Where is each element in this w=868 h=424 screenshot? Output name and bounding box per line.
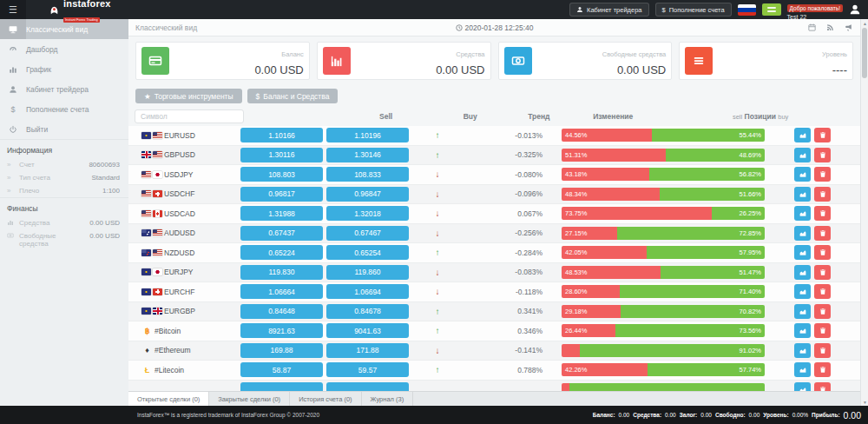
sell-price-button[interactable]: 169.88: [240, 343, 323, 358]
chart-button[interactable]: [794, 245, 811, 260]
delete-button[interactable]: [814, 206, 831, 221]
sell-price-button[interactable]: 1.31988: [240, 206, 323, 221]
scrollbar-thumb[interactable]: [862, 28, 867, 78]
hamburger-button[interactable]: ☰: [0, 0, 26, 19]
avatar-icon[interactable]: [849, 3, 861, 16]
buy-price-button[interactable]: [326, 382, 409, 391]
currency-flag-icon: [153, 132, 162, 139]
chart-button[interactable]: [794, 187, 811, 202]
stat-card-level: Уровень ----: [679, 42, 853, 80]
chart-button[interactable]: [794, 304, 811, 319]
brand-logo[interactable]: instaforex Instant Forex Trading: [49, 0, 111, 23]
chart-button[interactable]: [794, 265, 811, 280]
sell-price-button[interactable]: 0.67437: [240, 226, 323, 241]
delete-button[interactable]: [814, 304, 831, 319]
trend-arrow-icon: ↓: [436, 229, 440, 238]
buy-price-button[interactable]: 171.88: [326, 343, 409, 358]
sell-price-button[interactable]: 0.65224: [240, 245, 323, 260]
buy-price-button[interactable]: 0.67467: [326, 226, 409, 241]
sidebar-item-logout[interactable]: Выйти: [0, 119, 128, 139]
delete-button[interactable]: [814, 382, 831, 391]
sell-price-button[interactable]: 0.96817: [240, 187, 323, 202]
chart-icon: [799, 347, 807, 354]
tab-open-trades[interactable]: Открытые сделки (0): [128, 392, 209, 406]
delete-button[interactable]: [814, 226, 831, 241]
delete-button[interactable]: [814, 362, 831, 377]
chart-button[interactable]: [794, 148, 811, 162]
russia-flag-button[interactable]: [738, 4, 756, 16]
scroll-down-button[interactable]: ▼: [861, 398, 868, 406]
sell-price-button[interactable]: 0.84648: [240, 304, 323, 319]
buy-price-button[interactable]: 1.30146: [326, 148, 409, 162]
deposit-button[interactable]: $ Пополнение счета: [655, 3, 732, 17]
chart-button[interactable]: [794, 128, 811, 142]
chart-button[interactable]: [794, 206, 811, 221]
currency-flag-icon: [153, 229, 162, 236]
info-value: Standard: [92, 174, 120, 182]
megaphone-icon[interactable]: [845, 23, 853, 31]
instruments-button[interactable]: ★ Торговые инструменты: [135, 89, 242, 103]
buy-price-button[interactable]: 0.84678: [326, 304, 409, 319]
chart-button[interactable]: [794, 382, 811, 391]
delete-button[interactable]: [814, 284, 831, 299]
symbol-cell: AUDUSD: [135, 229, 239, 237]
table-row: Ł #Litecoin 58.87 59.57 ↑ 0.788% 42.26% …: [128, 361, 860, 381]
chart-button[interactable]: [794, 323, 811, 338]
delete-button[interactable]: [814, 167, 831, 182]
sell-price-button[interactable]: [240, 382, 323, 391]
card-label: Свободные средства: [602, 50, 667, 58]
trash-icon: [819, 209, 826, 217]
sidebar-item-deposit[interactable]: $ Пополнение счета: [0, 99, 128, 119]
buy-price-button[interactable]: 0.65254: [326, 245, 409, 260]
tab-closed-trades[interactable]: Закрытые сделки (0): [209, 392, 290, 406]
symbol-search-input[interactable]: [135, 109, 244, 123]
buy-price-button[interactable]: 1.06694: [326, 284, 409, 299]
currency-flag-icon: [141, 210, 151, 217]
sell-price-button[interactable]: 108.803: [240, 167, 323, 182]
calendar-icon[interactable]: [808, 23, 816, 31]
buy-price-button[interactable]: 1.10196: [326, 128, 409, 142]
delete-button[interactable]: [814, 245, 831, 260]
main-content: 2020-01-28 12:25:40 Классический вид Бал…: [128, 19, 860, 406]
delete-button[interactable]: [814, 323, 831, 338]
chart-icon: [799, 327, 807, 335]
sidebar-item-trader-cabinet[interactable]: Кабинет трейдера: [0, 79, 128, 99]
delete-button[interactable]: [814, 265, 831, 280]
delete-button[interactable]: [814, 343, 831, 358]
chart-button[interactable]: [794, 362, 811, 377]
buy-price-button[interactable]: 9041.63: [326, 323, 409, 338]
sidebar-item-chart[interactable]: График: [0, 59, 128, 79]
symbol-cell: USDCHF: [135, 189, 239, 198]
sidebar-item-dashboard[interactable]: Дашборд: [0, 39, 128, 59]
chart-button[interactable]: [794, 167, 811, 182]
balance-funds-button[interactable]: $ Баланс и Средства: [247, 89, 339, 103]
rss-icon[interactable]: [826, 23, 834, 31]
sell-price-button[interactable]: 1.10166: [240, 128, 323, 142]
buy-price-button[interactable]: 59.57: [326, 362, 409, 377]
delete-button[interactable]: [814, 148, 831, 162]
chart-button[interactable]: [794, 284, 811, 299]
buy-price-button[interactable]: 1.32018: [326, 206, 409, 221]
tab-account-history[interactable]: История счета (0): [290, 392, 361, 406]
sell-price-button[interactable]: 119.830: [240, 265, 323, 280]
chart-button[interactable]: [794, 343, 811, 358]
sidebar-item-label: Кабинет трейдера: [26, 85, 89, 94]
sell-price-button[interactable]: 58.87: [240, 362, 323, 377]
buy-price-button[interactable]: 108.833: [326, 167, 409, 182]
delete-button[interactable]: [814, 128, 831, 142]
sell-price-button[interactable]: 1.06664: [240, 284, 323, 299]
trend-arrow-icon: ↓: [436, 287, 440, 296]
delete-button[interactable]: [814, 187, 831, 202]
sell-price-button[interactable]: 8921.63: [240, 323, 323, 338]
buy-price-button[interactable]: 119.860: [326, 265, 409, 280]
chart-button[interactable]: [794, 226, 811, 241]
crypto-icon: ฿: [141, 327, 153, 335]
trader-cabinet-button[interactable]: Кабинет трейдера: [569, 3, 648, 17]
sell-price-button[interactable]: 1.30116: [240, 148, 323, 162]
datetime: 2020-01-28 12:25:40: [128, 23, 860, 32]
scrollbar[interactable]: ▲ ▼: [860, 19, 868, 406]
language-button[interactable]: [762, 3, 781, 16]
tab-journal[interactable]: Журнал (3): [362, 392, 414, 406]
buy-price-button[interactable]: 0.96847: [326, 187, 409, 202]
dollar-icon: $: [0, 105, 26, 114]
